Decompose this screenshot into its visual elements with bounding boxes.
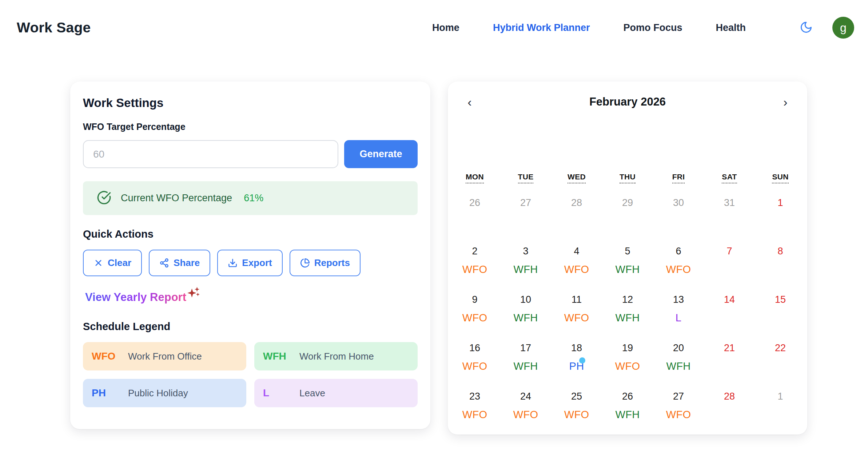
legend-code: WFH <box>263 350 299 362</box>
calendar-day-15[interactable]: 15 <box>755 288 806 337</box>
day-number: 27 <box>520 197 531 209</box>
calendar-day-adjacent-28[interactable]: 28 <box>551 191 602 240</box>
schedule-legend: WFO Work From Office WFH Work From Home … <box>83 342 418 407</box>
calendar-day-4[interactable]: 4 WFO <box>551 240 602 288</box>
wfo-target-row: Generate <box>83 140 418 168</box>
calendar-day-adjacent-30[interactable]: 30 <box>653 191 704 240</box>
day-number: 18 <box>571 342 582 354</box>
calendar-day-16[interactable]: 16 WFO <box>449 337 500 385</box>
next-month-button[interactable]: › <box>777 96 793 108</box>
calendar-day-27[interactable]: 27 WFO <box>653 385 704 433</box>
nav-item-health[interactable]: Health <box>716 22 746 33</box>
calendar-day-14[interactable]: 14 <box>704 288 755 337</box>
calendar-day-1[interactable]: 1 <box>755 191 806 240</box>
day-schedule-label: WFH <box>616 409 640 421</box>
status-label: Current WFO Percentage <box>121 193 232 204</box>
generate-button[interactable]: Generate <box>344 140 418 168</box>
day-schedule-label: WFO <box>666 409 691 421</box>
x-icon <box>93 258 103 268</box>
calendar-day-5[interactable]: 5 WFH <box>602 240 653 288</box>
day-number: 31 <box>724 197 735 209</box>
calendar-day-22[interactable]: 22 <box>755 337 806 385</box>
nav-item-hybrid-work-planner[interactable]: Hybrid Work Planner <box>493 22 590 33</box>
day-number: 19 <box>622 342 633 354</box>
legend-code: PH <box>92 387 128 399</box>
day-number: 27 <box>673 390 684 403</box>
wfo-target-input[interactable] <box>83 140 338 168</box>
theme-toggle-button[interactable] <box>800 21 813 35</box>
view-yearly-report-link[interactable]: View Yearly Report <box>85 291 199 305</box>
calendar-day-8[interactable]: 8 <box>755 240 806 288</box>
day-number: 29 <box>622 197 633 209</box>
day-schedule-label: WFH <box>666 360 691 372</box>
day-number: 20 <box>673 342 684 354</box>
status-value: 61% <box>244 193 263 204</box>
calendar-day-adjacent-27[interactable]: 27 <box>500 191 551 240</box>
day-number: 4 <box>574 245 579 258</box>
weekday-header-row: MONTUEWEDTHUFRISATSUN <box>448 172 807 183</box>
day-number: 24 <box>520 390 531 403</box>
calendar-day-6[interactable]: 6 WFO <box>653 240 704 288</box>
legend-code: L <box>263 387 299 399</box>
calendar-day-10[interactable]: 10 WFH <box>500 288 551 337</box>
action-button-clear[interactable]: Clear <box>83 250 142 276</box>
day-number: 16 <box>469 342 480 354</box>
day-schedule-label: WFO <box>462 360 487 372</box>
pie-chart-icon <box>300 258 310 268</box>
day-schedule-label: WFO <box>564 312 589 324</box>
calendar-day-adjacent-31[interactable]: 31 <box>704 191 755 240</box>
day-number: 9 <box>472 294 477 306</box>
quick-actions-title: Quick Actions <box>83 228 418 240</box>
avatar[interactable]: g <box>832 17 854 39</box>
legend-label: Work From Home <box>299 351 374 362</box>
view-yearly-report-label: View Yearly Report <box>85 291 186 304</box>
day-schedule-label: WFH <box>616 312 640 324</box>
prev-month-button[interactable]: ‹ <box>462 96 478 108</box>
weekday-sun: SUN <box>772 172 788 183</box>
legend-item-l: L Leave <box>254 379 418 407</box>
day-schedule-label: L <box>676 312 681 324</box>
calendar-day-20[interactable]: 20 WFH <box>653 337 704 385</box>
day-number: 7 <box>726 245 732 258</box>
calendar-day-26[interactable]: 26 WFH <box>602 385 653 433</box>
panel-title: Work Settings <box>83 96 418 110</box>
action-button-export[interactable]: Export <box>217 250 282 276</box>
calendar-day-17[interactable]: 17 WFH <box>500 337 551 385</box>
day-schedule-label: WFO <box>564 263 589 275</box>
day-number: 28 <box>724 390 735 403</box>
weekday-wed: WED <box>568 172 586 183</box>
day-number: 14 <box>724 294 735 306</box>
nav-item-home[interactable]: Home <box>432 22 459 33</box>
holiday-dot <box>579 357 585 364</box>
calendar-day-3[interactable]: 3 WFH <box>500 240 551 288</box>
day-number: 26 <box>469 197 480 209</box>
day-schedule-label: WFO <box>513 409 538 421</box>
calendar-day-adjacent-29[interactable]: 29 <box>602 191 653 240</box>
action-button-reports[interactable]: Reports <box>290 250 361 276</box>
calendar-day-28[interactable]: 28 <box>704 385 755 433</box>
calendar-day-adjacent-1[interactable]: 1 <box>755 385 806 433</box>
calendar-day-11[interactable]: 11 WFO <box>551 288 602 337</box>
day-schedule-label: WFO <box>615 360 640 372</box>
calendar-day-23[interactable]: 23 WFO <box>449 385 500 433</box>
day-number: 11 <box>572 294 582 306</box>
day-number: 2 <box>472 245 477 258</box>
calendar-day-9[interactable]: 9 WFO <box>449 288 500 337</box>
weekday-thu: THU <box>620 172 636 183</box>
calendar-day-21[interactable]: 21 <box>704 337 755 385</box>
calendar-day-19[interactable]: 19 WFO <box>602 337 653 385</box>
calendar-day-18[interactable]: 18 PH <box>551 337 602 385</box>
calendar-day-25[interactable]: 25 WFO <box>551 385 602 433</box>
action-button-share[interactable]: Share <box>149 250 210 276</box>
nav-item-pomo-focus[interactable]: Pomo Focus <box>623 22 682 33</box>
share-icon <box>159 258 169 268</box>
calendar-day-7[interactable]: 7 <box>704 240 755 288</box>
weekday-tue: TUE <box>518 172 534 183</box>
calendar-day-adjacent-26[interactable]: 26 <box>449 191 500 240</box>
legend-code: WFO <box>92 350 128 362</box>
calendar-day-13[interactable]: 13 L <box>653 288 704 337</box>
calendar-day-24[interactable]: 24 WFO <box>500 385 551 433</box>
calendar-day-12[interactable]: 12 WFH <box>602 288 653 337</box>
app-logo: Work Sage <box>17 20 91 36</box>
calendar-day-2[interactable]: 2 WFO <box>449 240 500 288</box>
